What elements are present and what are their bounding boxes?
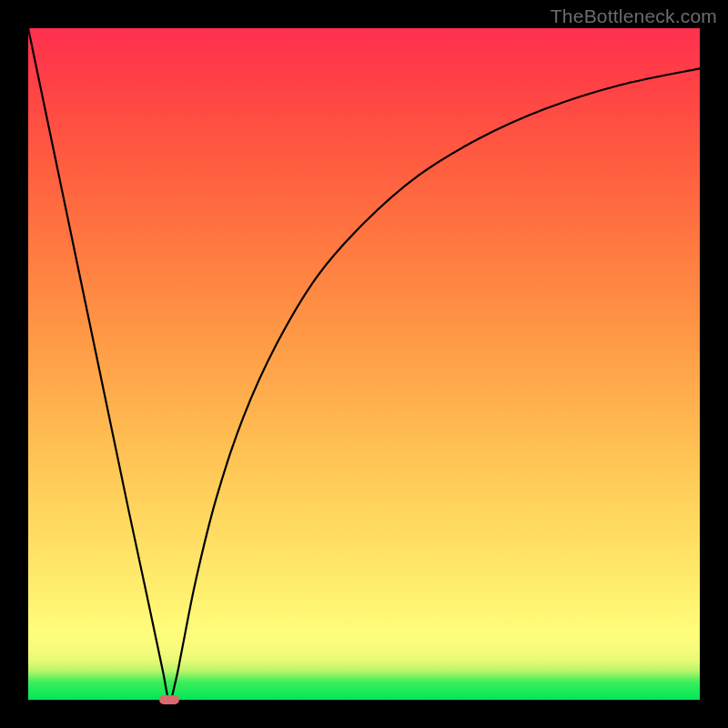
optimum-marker <box>159 695 179 704</box>
bottleneck-curve <box>28 28 700 700</box>
chart-frame: TheBottleneck.com <box>0 0 728 728</box>
plot-area <box>28 28 700 700</box>
watermark-text: TheBottleneck.com <box>551 5 717 27</box>
